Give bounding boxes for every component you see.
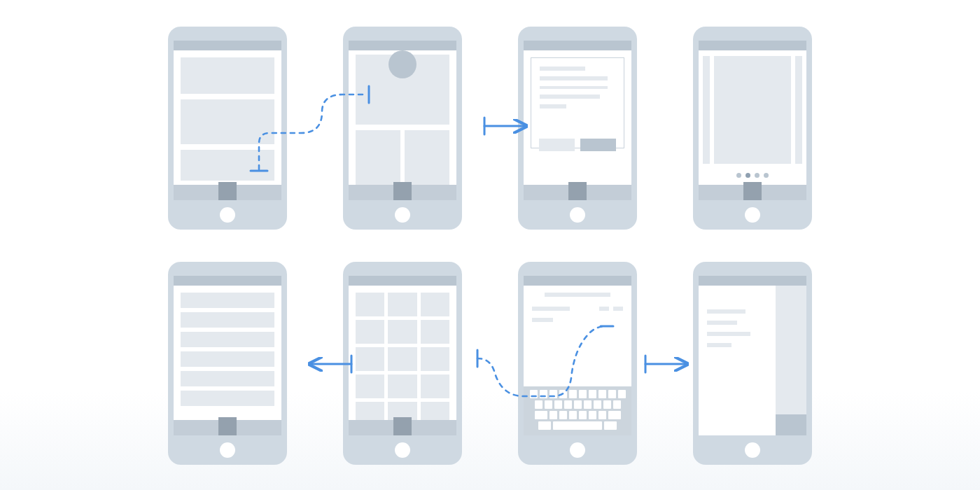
- content-carousel: [699, 50, 806, 185]
- avatar-icon: [388, 50, 416, 78]
- dot-active-icon: [746, 173, 750, 178]
- grid-cell: [356, 320, 384, 344]
- button-placeholder-primary: [580, 139, 616, 151]
- wireframe-flow-diagram: [0, 0, 980, 490]
- keyboard-icon: [524, 386, 631, 435]
- screen: [524, 41, 631, 200]
- card-block: [181, 99, 274, 144]
- screen: [174, 276, 281, 435]
- screen: [349, 41, 456, 200]
- text-line: [540, 94, 600, 99]
- dot-icon: [736, 173, 741, 178]
- home-button-icon: [570, 207, 585, 223]
- card-block: [181, 57, 274, 94]
- tab-bar: [699, 185, 806, 200]
- text-line: [540, 76, 608, 80]
- text-chip: [599, 307, 609, 311]
- phone-r2c4: [693, 262, 812, 465]
- text-line: [532, 307, 570, 311]
- screen: [174, 41, 281, 200]
- list-row: [181, 332, 274, 347]
- list-row: [181, 351, 274, 367]
- status-bar: [174, 276, 281, 286]
- phone-r2c3: [518, 262, 637, 465]
- button-row: [539, 139, 616, 151]
- text-chip: [613, 307, 623, 311]
- title-line: [545, 293, 610, 297]
- home-button-icon: [220, 207, 235, 223]
- column-block: [356, 130, 400, 185]
- grid-cell: [356, 347, 384, 371]
- phone-r2c2: [343, 262, 462, 465]
- grid-cell: [356, 402, 384, 420]
- text-line: [540, 104, 566, 108]
- two-columns: [356, 130, 449, 185]
- drawer-item: [707, 309, 746, 314]
- content-compose: [524, 286, 631, 435]
- content-stacked-cards: [174, 50, 281, 185]
- drawer-item: [707, 343, 732, 347]
- grid-cell: [388, 293, 416, 316]
- home-button-icon: [745, 442, 760, 458]
- list-row: [181, 391, 274, 406]
- side-drawer: [699, 286, 770, 435]
- grid-cell: [421, 293, 449, 316]
- grid-cell: [356, 374, 384, 398]
- content-grid: [349, 286, 456, 420]
- carousel-peek-left: [703, 56, 710, 164]
- home-button-icon: [745, 207, 760, 223]
- screen: [699, 276, 806, 435]
- row-2: [0, 262, 980, 465]
- status-bar: [174, 41, 281, 50]
- screen: [349, 276, 456, 435]
- underlying-screen: [776, 286, 806, 435]
- dot-icon: [755, 173, 760, 178]
- list-row: [181, 293, 274, 308]
- status-bar: [699, 276, 806, 286]
- text-line: [532, 318, 553, 322]
- grid-cell: [356, 293, 384, 316]
- divider-line: [540, 86, 608, 89]
- list-row: [181, 312, 274, 328]
- grid-cell: [388, 320, 416, 344]
- phone-r1c4: [693, 27, 812, 230]
- content-list: [174, 286, 281, 420]
- content-form-card: [524, 50, 631, 185]
- content-drawer: [699, 286, 806, 435]
- tab-bar: [524, 185, 631, 200]
- tab-bar: [349, 185, 456, 200]
- row-1: [0, 27, 980, 230]
- tab-bar: [349, 420, 456, 435]
- grid-cell: [421, 320, 449, 344]
- home-button-icon: [395, 207, 410, 223]
- phone-r2c1: [168, 262, 287, 465]
- carousel-peek-right: [795, 56, 802, 164]
- grid-cell: [421, 402, 449, 420]
- column-block: [405, 130, 449, 185]
- screen: [699, 41, 806, 200]
- carousel-slide: [714, 56, 791, 164]
- button-placeholder: [539, 139, 575, 151]
- status-bar: [524, 276, 631, 286]
- status-bar: [699, 41, 806, 50]
- status-bar: [349, 276, 456, 286]
- home-button-icon: [220, 442, 235, 458]
- form-card: [531, 57, 624, 148]
- drawer-item: [707, 332, 750, 336]
- home-button-icon: [395, 442, 410, 458]
- phone-r1c2: [343, 27, 462, 230]
- card-block: [181, 150, 274, 181]
- tab-bar: [174, 185, 281, 200]
- grid-cell: [421, 347, 449, 371]
- status-bar: [524, 41, 631, 50]
- grid-cell: [388, 374, 416, 398]
- grid-cell: [388, 347, 416, 371]
- status-bar: [349, 41, 456, 50]
- grid-cell: [421, 374, 449, 398]
- screen: [524, 276, 631, 435]
- text-line: [540, 66, 585, 71]
- dot-icon: [764, 173, 769, 178]
- drawer-item: [707, 321, 737, 325]
- page-dots: [699, 173, 806, 178]
- phone-r1c1: [168, 27, 287, 230]
